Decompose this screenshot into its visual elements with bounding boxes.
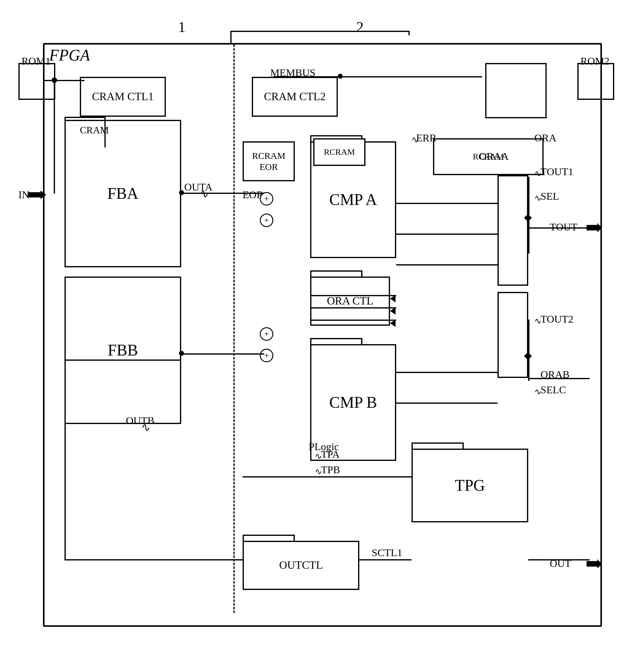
orctl-h3: [310, 319, 396, 321]
tpb-label: TPB: [321, 464, 340, 476]
col-line-2: [408, 31, 410, 35]
tout2-squig: ∿: [534, 316, 541, 326]
tout2-h-line: [528, 378, 589, 379]
fbb-out-line2: [233, 353, 264, 355]
right-v-line2: [528, 319, 530, 381]
orab-bar-block: [497, 292, 528, 378]
tpg-line: [243, 476, 411, 477]
err-squig: ∿: [411, 134, 418, 145]
tout1-squig: ∿: [534, 168, 541, 179]
err-label: ERR: [416, 132, 436, 144]
ctl1-left: [64, 117, 106, 118]
ctl1-left-down: [64, 117, 66, 153]
oraa-bar-block: [497, 175, 528, 286]
ora-ctl-block: ORA CTL: [310, 276, 390, 326]
outctl-block: OUTCTL: [243, 541, 359, 590]
rom1-to-fpga: [44, 80, 82, 81]
cmpb-orab-line: [396, 372, 497, 373]
ora-label: ORA: [534, 132, 557, 144]
tout-label: TOUT: [550, 221, 577, 233]
tout1-label: TOUT1: [540, 166, 573, 178]
fba-out-line: [181, 193, 236, 194]
fbb-block: FBB: [64, 276, 181, 424]
outctl-left-v: [64, 359, 66, 559]
rcram-cmpa-top: RCRAM: [313, 138, 365, 166]
sel-label: SEL: [540, 190, 559, 202]
cmpb-orab-line2: [396, 402, 497, 404]
orctl-h1: [310, 295, 396, 296]
rcram-eor-block: RCRAM EOR: [243, 141, 295, 181]
tpa-label: TPA: [321, 449, 340, 460]
xor-b-top: +: [260, 327, 273, 341]
oraa-label: ORAA: [479, 150, 509, 162]
tpb-squig: ∿: [315, 466, 322, 477]
partition-line: [233, 45, 235, 613]
selc-label: SELC: [540, 384, 566, 396]
selc-squig: ∿: [534, 387, 541, 397]
membus-hline: [273, 76, 482, 78]
tout2-label: TOUT2: [540, 313, 573, 325]
outctl-out-line: [528, 559, 589, 560]
xor-a-bot: +: [260, 213, 273, 227]
col-1-marker: 1: [178, 18, 186, 35]
fbb-out-dot: [179, 351, 184, 356]
tpa-squig: ∿: [315, 451, 322, 461]
tpg-v-line: [411, 476, 413, 522]
col-2-marker: 2: [356, 18, 364, 35]
diagram-container: 1 2 ROM1 ROM2 FPGA CRAM CTL1 CRAM CTL2 M…: [18, 18, 626, 648]
fba-block: FBA: [64, 120, 181, 267]
rom1-v-line: [54, 80, 55, 193]
col-h-line: [230, 31, 408, 32]
sctl1-label: SCTL1: [371, 547, 402, 559]
tout-h-line: [528, 227, 589, 229]
tpg-block: TPG: [411, 449, 528, 522]
cmpa-ora-line2: [396, 233, 497, 235]
rom2-inner-box: [485, 63, 546, 118]
cmpa-ora-line3: [396, 264, 497, 266]
fbb-out-line: [181, 353, 236, 355]
outctl-sctl1-line: [359, 559, 411, 560]
fba-out-dot: [179, 190, 184, 195]
outctl-left-line: [64, 559, 243, 560]
sel-squig: ∿: [534, 193, 541, 203]
orctl-h2: [310, 307, 396, 309]
xor-a-top: +: [260, 192, 273, 206]
xor-b-bot: +: [260, 349, 273, 362]
membus-dot: [338, 74, 343, 79]
fba-out-line2: [233, 193, 264, 194]
cram-ctl1-block: CRAM CTL1: [80, 77, 166, 117]
fbb-arrow-line: [64, 359, 181, 361]
cmpa-ora-line: [396, 203, 497, 204]
ctl1-down: [104, 117, 106, 147]
cram-ctl2-block: CRAM CTL2: [252, 77, 338, 117]
fpga-label: FPGA: [49, 46, 90, 64]
